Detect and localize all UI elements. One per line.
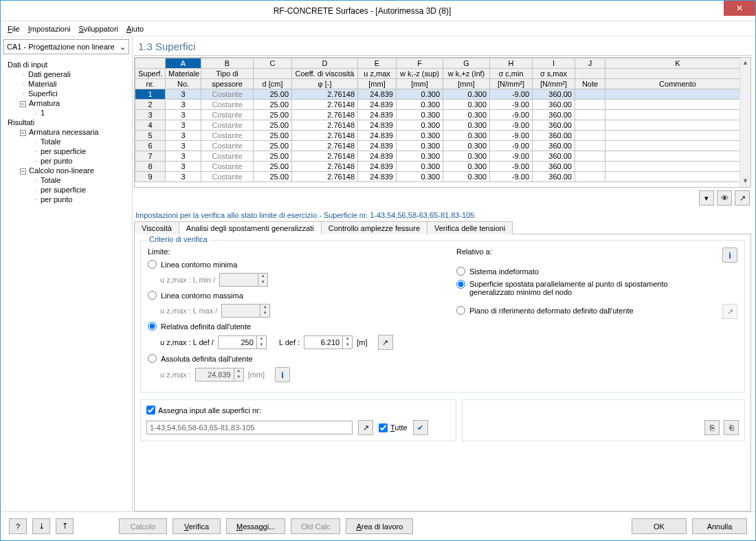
table-row[interactable]: 53Costante25.002.7614824.8390.3000.300-9… bbox=[135, 131, 751, 141]
tree-surfaces[interactable]: ·Superfici bbox=[5, 89, 128, 98]
min-subrow: u z,max : L min / ▲▼ bbox=[160, 273, 429, 287]
window-title: RF-CONCRETE Surfaces - [Autorimessa 3D (… bbox=[1, 6, 724, 16]
tree-results[interactable]: Risultati bbox=[5, 118, 128, 127]
workarea-button[interactable]: Area di lavoro bbox=[346, 518, 413, 534]
bottom-bar: ? ⤓ ⤒ Calcolo Verifica Messaggi... Old C… bbox=[1, 511, 755, 540]
table-row[interactable]: 43Costante25.002.7614824.8390.3000.300-9… bbox=[135, 120, 751, 131]
messages-button[interactable]: Messaggi... bbox=[226, 518, 285, 534]
verify-button[interactable]: Verifica bbox=[173, 518, 221, 534]
cancel-button[interactable]: Annulla bbox=[692, 518, 747, 534]
help-button[interactable]: ? bbox=[9, 518, 27, 534]
tree-materials[interactable]: ·Materiali bbox=[5, 79, 128, 89]
abs-row: u z,max : ▲▼ [mm] i bbox=[160, 367, 429, 382]
info-icon-right[interactable]: i bbox=[722, 247, 737, 263]
limit-label: Limite: bbox=[148, 247, 429, 256]
chevron-down-icon: ⌄ bbox=[120, 43, 126, 52]
menu-settings[interactable]: Impostazioni bbox=[28, 25, 71, 33]
export-button[interactable]: ⤒ bbox=[56, 518, 74, 534]
criterion-group: Criterio di verifica Limite: Linea conto… bbox=[140, 240, 745, 393]
nav-tree[interactable]: Dati di input ·Dati generali ·Materiali … bbox=[1, 57, 132, 511]
tab-panel: Criterio di verifica Limite: Linea conto… bbox=[134, 234, 751, 511]
tree-nonlin[interactable]: −Calcolo non-lineare bbox=[5, 166, 128, 175]
table-row[interactable]: 23Costante25.002.7614824.8390.3000.300-9… bbox=[135, 100, 751, 110]
tab-viscosity[interactable]: Viscosità bbox=[134, 221, 179, 234]
apply-icon[interactable]: ✔ bbox=[413, 420, 428, 435]
radio-undeformed[interactable]: Sistema indeformato bbox=[456, 267, 737, 276]
menu-bar: File Impostazioni Sviluppatori Aiuto bbox=[1, 21, 755, 36]
radio-parallel-surface[interactable]: Superficie spostata parallelamente al pu… bbox=[456, 280, 737, 296]
userrel-row: u z,max : L def / ▲▼ L def : ▲▼ [m] ↗ bbox=[160, 335, 429, 350]
menu-help[interactable]: Aiuto bbox=[126, 25, 144, 33]
scroll-down-icon[interactable]: ▼ bbox=[740, 176, 751, 187]
pick-length-icon[interactable]: ↗ bbox=[378, 335, 393, 350]
criterion-legend: Criterio di verifica bbox=[146, 235, 210, 243]
relative-label: Relativo a: bbox=[456, 247, 492, 256]
scroll-up-icon[interactable]: ▲ bbox=[740, 58, 751, 69]
tree-nl-persurf[interactable]: ·per superficie bbox=[5, 185, 128, 195]
pick-icon[interactable]: ↗ bbox=[735, 190, 750, 206]
tree-reinf[interactable]: −Armatura bbox=[5, 98, 128, 108]
table-row[interactable]: 73Costante25.002.7614824.8390.3000.300-9… bbox=[135, 151, 751, 162]
close-button[interactable]: ✕ bbox=[724, 1, 755, 16]
surfaces-grid[interactable]: ABCDEFGHIJK Superf.MaterialeTipo diCoeff… bbox=[134, 57, 751, 188]
table-row[interactable]: 33Costante25.002.7614824.8390.3000.300-9… bbox=[135, 110, 751, 120]
tree-reinf-1[interactable]: ·1 bbox=[5, 108, 128, 118]
menu-file[interactable]: File bbox=[8, 25, 20, 33]
tree-req-total[interactable]: ·Totale bbox=[5, 137, 128, 146]
divider bbox=[134, 55, 751, 56]
max-subrow: u z,max : L max / ▲▼ bbox=[160, 304, 429, 318]
eye-icon[interactable]: 👁 bbox=[717, 190, 732, 206]
tree-nl-perpoint[interactable]: ·per punto bbox=[5, 195, 128, 204]
assign-input[interactable] bbox=[146, 421, 353, 434]
table-row[interactable]: 63Costante25.002.7614824.8390.3000.300-9… bbox=[135, 141, 751, 151]
page-heading: 1.3 Superfici bbox=[134, 38, 751, 55]
tree-required[interactable]: −Armatura necessaria bbox=[5, 127, 128, 137]
menu-developers[interactable]: Sviluppatori bbox=[79, 25, 118, 33]
pick-surfaces-icon[interactable]: ↗ bbox=[358, 420, 373, 435]
import-button[interactable]: ⤓ bbox=[32, 518, 50, 534]
case-select-value: CA1 - Progettazione non lineare bbox=[7, 43, 115, 51]
assign-box: Assegna input alle superfici nr: ↗ Tutte… bbox=[140, 399, 456, 441]
calc-button[interactable]: Calcolo bbox=[119, 518, 167, 534]
radio-max-contour[interactable]: Linea contorno massima bbox=[148, 291, 429, 300]
radio-min-contour[interactable]: Linea contorno minima bbox=[148, 260, 429, 269]
title-bar: RF-CONCRETE Surfaces - [Autorimessa 3D (… bbox=[1, 1, 755, 21]
tree-input[interactable]: Dati di input bbox=[5, 60, 128, 69]
tab-stress[interactable]: Verifica delle tensioni bbox=[427, 221, 513, 234]
min-spin: ▲▼ bbox=[219, 273, 268, 287]
tree-req-perpoint[interactable]: ·per punto bbox=[5, 156, 128, 166]
ok-button[interactable]: OK bbox=[632, 518, 687, 534]
ldef-ratio-input[interactable]: ▲▼ bbox=[218, 335, 267, 349]
filter-icon[interactable]: ▾ bbox=[699, 190, 714, 206]
info-icon[interactable]: i bbox=[275, 367, 290, 382]
tab-crack[interactable]: Controllo ampiezze fessure bbox=[321, 221, 427, 234]
oldcalc-button[interactable]: Old Calc bbox=[291, 518, 340, 534]
all-checkbox[interactable]: Tutte bbox=[379, 423, 408, 432]
ldef-input[interactable]: ▲▼ bbox=[304, 335, 353, 349]
assign-checkbox[interactable]: Assegna input alle superfici nr: bbox=[146, 406, 261, 415]
table-row[interactable]: 83Costante25.002.7614824.8390.3000.300-9… bbox=[135, 162, 751, 172]
tree-nl-total[interactable]: ·Totale bbox=[5, 175, 128, 185]
table-row[interactable]: 13Costante25.002.7614824.8390.3000.300-9… bbox=[135, 89, 751, 100]
abs-spin: ▲▼ bbox=[195, 368, 244, 382]
pick-plane-icon[interactable]: ↗ bbox=[722, 304, 737, 319]
paste-icon[interactable]: ⎗ bbox=[724, 420, 739, 435]
tab-displacement[interactable]: Analisi degli spostamenti generalizzati bbox=[179, 221, 322, 234]
copy-box: ⎘ ⎗ bbox=[462, 399, 745, 441]
tabs: Viscosità Analisi degli spostamenti gene… bbox=[134, 221, 751, 234]
section-title: Impostazioni per la verifica allo stato … bbox=[134, 208, 751, 221]
left-panel: CA1 - Progettazione non lineare ⌄ Dati d… bbox=[1, 36, 133, 511]
right-panel: 1.3 Superfici ABCDEFGHIJK Superf.Materia… bbox=[133, 36, 755, 511]
grid-toolbar: ▾ 👁 ↗ bbox=[134, 188, 751, 208]
radio-user-absolute[interactable]: Assoluta definita dall'utente bbox=[148, 354, 429, 363]
tree-general[interactable]: ·Dati generali bbox=[5, 69, 128, 79]
copy-icon[interactable]: ⎘ bbox=[704, 420, 720, 435]
max-spin: ▲▼ bbox=[221, 304, 270, 318]
radio-user-relative[interactable]: Relativa definita dall'utente bbox=[148, 322, 429, 331]
table-row[interactable]: 93Costante25.002.7614824.8390.3000.300-9… bbox=[135, 172, 751, 182]
grid-scrollbar[interactable]: ▲ ▼ bbox=[740, 58, 751, 187]
tree-req-persurf[interactable]: ·per superficie bbox=[5, 146, 128, 156]
case-select[interactable]: CA1 - Progettazione non lineare ⌄ bbox=[3, 39, 129, 54]
